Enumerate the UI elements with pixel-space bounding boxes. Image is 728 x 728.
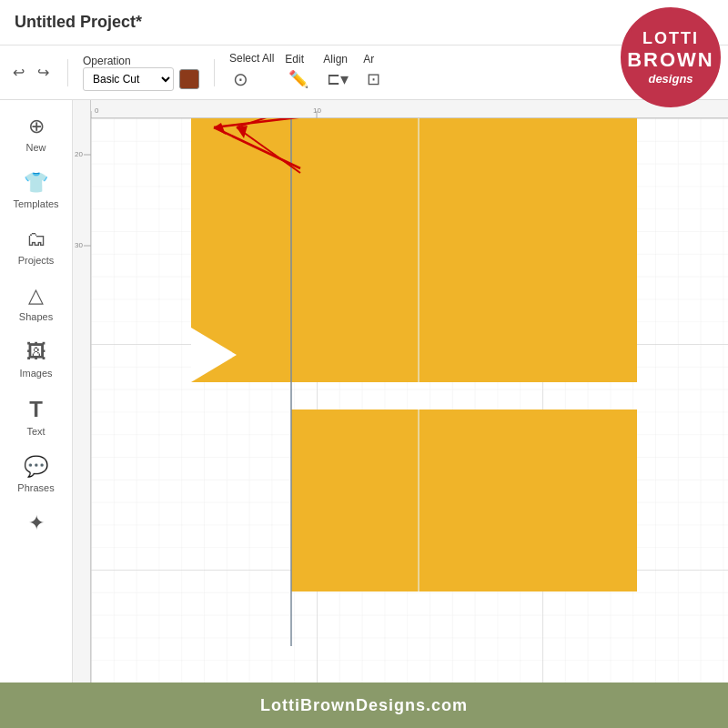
canvas-area[interactable]: 20 30 0 10 bbox=[73, 100, 728, 682]
phrases-label: Phrases bbox=[17, 482, 54, 493]
ruler-top: 0 10 bbox=[91, 100, 728, 118]
templates-label: Templates bbox=[13, 198, 58, 209]
arrange-label: Ar bbox=[363, 53, 374, 66]
shapes-label: Shapes bbox=[19, 311, 53, 322]
svg-text:10: 10 bbox=[313, 106, 321, 115]
edit-label: Edit bbox=[285, 53, 304, 66]
align-group: Align ⊏▾ bbox=[323, 53, 352, 93]
undo-redo-section: ↩ ↪ bbox=[9, 60, 53, 85]
new-icon: ⊕ bbox=[28, 115, 45, 138]
arrange-button[interactable]: ⊡ bbox=[363, 66, 384, 93]
select-all-group: Select All ⊙ bbox=[229, 52, 274, 94]
new-label: New bbox=[25, 142, 46, 153]
select-all-label: Select All bbox=[229, 52, 274, 65]
project-title: Untitled Project* bbox=[15, 13, 142, 32]
arrange-group: Ar ⊡ bbox=[363, 53, 384, 93]
sidebar-item-projects[interactable]: 🗂 Projects bbox=[4, 220, 69, 273]
sidebar-item-images[interactable]: 🖼 Images bbox=[4, 333, 69, 386]
sidebar-item-extra[interactable]: ✦ bbox=[4, 504, 69, 546]
toolbar: ↩ ↪ Operation Basic Cut Select All ⊙ Edi… bbox=[0, 46, 728, 100]
phrases-icon: 💬 bbox=[24, 455, 48, 479]
svg-text:20: 20 bbox=[75, 150, 83, 158]
svg-rect-10 bbox=[191, 118, 637, 382]
images-icon: 🖼 bbox=[26, 340, 46, 364]
undo-button[interactable]: ↩ bbox=[9, 60, 28, 85]
images-label: Images bbox=[19, 368, 52, 379]
title-bar: Untitled Project* bbox=[0, 0, 728, 46]
divider-2 bbox=[214, 59, 215, 86]
sidebar-item-templates[interactable]: 👕 Templates bbox=[4, 164, 69, 217]
logo-line3: designs bbox=[648, 72, 693, 86]
grid-svg bbox=[91, 118, 728, 682]
content-area: ⊕ New 👕 Templates 🗂 Projects △ Shapes 🖼 … bbox=[0, 100, 728, 682]
divider-1 bbox=[67, 59, 68, 86]
align-button[interactable]: ⊏▾ bbox=[323, 66, 352, 93]
logo: LOTTI BROWN designs bbox=[621, 7, 721, 107]
align-label: Align bbox=[323, 53, 348, 66]
edit-group: Edit ✏️ bbox=[285, 53, 312, 93]
operation-select[interactable]: Basic Cut bbox=[83, 67, 174, 91]
operation-row: Basic Cut bbox=[83, 67, 199, 91]
extra-icon: ✦ bbox=[28, 511, 45, 535]
text-label: Text bbox=[26, 426, 45, 437]
projects-icon: 🗂 bbox=[26, 228, 46, 251]
bottom-bar-text: LottiBrownDesigns.com bbox=[260, 696, 468, 715]
templates-icon: 👕 bbox=[24, 171, 48, 195]
main-layout: ↩ ↪ Operation Basic Cut Select All ⊙ Edi… bbox=[0, 46, 728, 728]
left-sidebar: ⊕ New 👕 Templates 🗂 Projects △ Shapes 🖼 … bbox=[0, 100, 73, 682]
sidebar-item-text[interactable]: T Text bbox=[4, 389, 69, 444]
operation-group: Operation Basic Cut bbox=[83, 55, 199, 91]
logo-line1: LOTTI bbox=[642, 29, 699, 48]
edit-button[interactable]: ✏️ bbox=[285, 66, 312, 93]
svg-rect-13 bbox=[291, 410, 637, 592]
logo-line2: BROWN bbox=[627, 48, 714, 72]
shapes-icon: △ bbox=[28, 284, 44, 308]
svg-text:0: 0 bbox=[95, 106, 99, 115]
sidebar-item-new[interactable]: ⊕ New bbox=[4, 107, 69, 160]
sidebar-item-shapes[interactable]: △ Shapes bbox=[4, 277, 69, 329]
color-swatch[interactable] bbox=[179, 69, 199, 89]
grid-canvas[interactable] bbox=[91, 118, 728, 682]
select-all-button[interactable]: ⊙ bbox=[229, 65, 252, 94]
svg-text:30: 30 bbox=[75, 241, 83, 249]
sidebar-item-phrases[interactable]: 💬 Phrases bbox=[4, 448, 69, 500]
operation-label: Operation bbox=[83, 55, 131, 67]
text-icon: T bbox=[29, 397, 43, 422]
redo-button[interactable]: ↪ bbox=[34, 60, 53, 85]
bottom-bar: LottiBrownDesigns.com bbox=[0, 682, 728, 728]
projects-label: Projects bbox=[18, 255, 55, 266]
ruler-left: 20 30 bbox=[73, 100, 91, 682]
